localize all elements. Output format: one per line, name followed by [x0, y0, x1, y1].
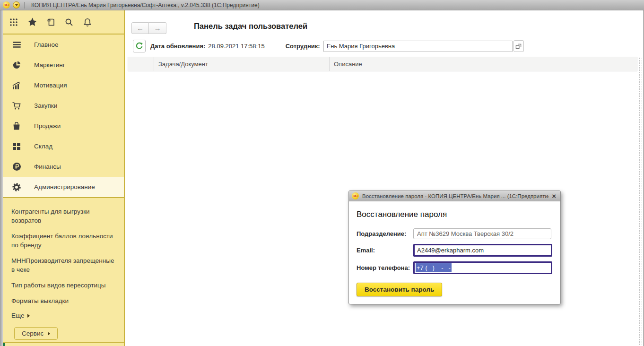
phone-label: Номер телефона: — [357, 264, 413, 271]
sidebar-item-sklad[interactable]: Склад — [3, 136, 124, 156]
phone-field[interactable]: +7 ( ) - - — [413, 261, 552, 274]
table-column-description[interactable]: Описание — [330, 57, 637, 71]
sidebar-item-label: Мотивация — [34, 82, 67, 89]
phone-row: Номер телефона: +7 ( ) - - — [357, 261, 553, 274]
vertical-scrollbar[interactable] — [639, 58, 642, 345]
history-nav: ← → — [131, 22, 166, 34]
favorites-star-icon[interactable] — [27, 17, 37, 27]
sidebar-item-label: Закупки — [34, 102, 57, 109]
sidebar-item-marketing[interactable]: Маркетинг — [3, 55, 124, 75]
more-label: Еще — [11, 312, 24, 319]
panel-toolbar: Дата обновления: 28.09.2021 17:58:15 Сот… — [133, 40, 524, 52]
department-input[interactable] — [413, 228, 551, 239]
chevron-right-icon — [48, 332, 50, 336]
sidebar-item-label: Продажи — [34, 122, 61, 130]
sidebar-item-glavnoe[interactable]: Главное — [3, 35, 124, 55]
page-title: Панель задач пользователей — [194, 22, 307, 31]
more-menu-button[interactable]: Еще — [11, 312, 119, 319]
sidebar-toolbar — [3, 10, 124, 35]
back-arrow-icon: ← — [137, 24, 144, 32]
app-window: { "window": { "title": "КОПИЯ ЦЕНТРА/Ень… — [0, 0, 644, 346]
refresh-button[interactable] — [133, 40, 146, 52]
refresh-icon — [135, 42, 143, 50]
sidebar-item-motivaciya[interactable]: Мотивация — [3, 75, 124, 95]
shopping-bag-icon — [11, 121, 22, 130]
sidebar-item-finansy[interactable]: Финансы — [3, 156, 124, 177]
phone-selected-text: +7 ( ) - - — [416, 263, 452, 272]
growth-chart-icon — [11, 81, 22, 90]
hamburger-icon — [11, 40, 22, 49]
sidebar-link[interactable]: Коэффициент баллов лояльности по бренду — [11, 232, 119, 250]
service-button[interactable]: Сервис — [14, 327, 58, 340]
sidebar-link[interactable]: МННПроизводителя запрещенные в чеке — [11, 256, 119, 274]
dialog-title: Восстановление пароля - КОПИЯ ЦЕНТРА/Ень… — [362, 193, 548, 199]
table-column-task[interactable]: Задача/Документ — [154, 57, 330, 71]
window-titlebar: 1С КОПИЯ ЦЕНТРА/Ень Мария Григорьевна/Со… — [0, 0, 644, 10]
window-menu-button[interactable] — [13, 1, 20, 9]
sidebar: Главное Маркетинг Мотивация — [3, 10, 125, 346]
warehouse-grid-icon — [11, 142, 22, 151]
sidebar-item-administrirovanie[interactable]: Администрирование — [3, 177, 124, 197]
email-label: Email: — [357, 247, 413, 254]
email-field[interactable] — [413, 244, 552, 257]
table-selector-column[interactable] — [128, 57, 154, 71]
dialog-titlebar: 1С Восстановление пароля - КОПИЯ ЦЕНТРА/… — [349, 191, 560, 201]
window-title: КОПИЯ ЦЕНТРА/Ень Мария Григорьевна/Софт-… — [31, 2, 260, 9]
back-button[interactable]: ← — [131, 22, 149, 34]
department-label: Подразделение: — [357, 230, 413, 237]
recover-password-button[interactable]: Восстановить пароль — [357, 283, 442, 296]
service-button-label: Сервис — [22, 330, 44, 337]
sidebar-item-zakupki[interactable]: Закупки — [3, 95, 124, 116]
sidebar-links: Контрагенты для выгрузки возвратов Коэфф… — [3, 198, 124, 340]
forward-button[interactable]: → — [149, 22, 166, 34]
dialog-heading: Восстановление пароля — [357, 210, 553, 219]
password-recovery-dialog: 1С Восстановление пароля - КОПИЯ ЦЕНТРА/… — [348, 190, 561, 304]
email-row: Email: — [357, 244, 553, 257]
sidebar-item-label: Маркетинг — [34, 61, 65, 69]
employee-input[interactable] — [323, 41, 513, 52]
pie-chart-icon — [11, 61, 22, 69]
history-scroll-icon[interactable] — [45, 17, 56, 27]
chevron-down-icon — [15, 4, 18, 6]
apps-grid-icon[interactable] — [9, 17, 19, 27]
department-row: Подразделение: — [357, 228, 553, 239]
forward-arrow-icon: → — [154, 24, 161, 32]
search-icon[interactable] — [64, 17, 74, 27]
update-date-value: 28.09.2021 17:58:15 — [208, 43, 264, 50]
open-in-window-icon — [515, 43, 522, 49]
app-logo-icon: 1С — [3, 1, 10, 9]
sidebar-link[interactable]: Тип работы видов пересортицы — [11, 281, 119, 290]
app-logo-icon: 1С — [352, 192, 359, 199]
sidebar-item-prodazhi[interactable]: Продажи — [3, 116, 124, 136]
gear-icon — [11, 182, 22, 192]
notifications-bell-icon[interactable] — [82, 17, 93, 27]
cart-icon — [11, 101, 22, 111]
ruble-circle-icon — [11, 162, 22, 171]
sidebar-item-label: Администрирование — [34, 183, 95, 190]
sidebar-item-label: Главное — [34, 41, 59, 48]
sidebar-menu: Главное Маркетинг Мотивация — [3, 35, 124, 198]
sidebar-link[interactable]: Контрагенты для выгрузки возвратов — [11, 207, 119, 225]
chevron-right-icon — [27, 314, 30, 318]
dialog-body: Восстановление пароля Подразделение: Ema… — [349, 201, 560, 304]
status-indicator — [3, 343, 5, 346]
titlebar-divider — [24, 2, 25, 9]
sidebar-link[interactable]: Форматы выкладки — [11, 296, 119, 305]
task-table-header: Задача/Документ Описание — [128, 57, 637, 71]
update-date-label: Дата обновления: — [150, 43, 205, 50]
sidebar-item-label: Финансы — [34, 163, 61, 170]
employee-open-button[interactable] — [513, 40, 524, 52]
close-icon[interactable]: × — [552, 192, 556, 199]
sidebar-item-label: Склад — [34, 143, 52, 150]
employee-label: Сотрудник: — [286, 43, 320, 50]
